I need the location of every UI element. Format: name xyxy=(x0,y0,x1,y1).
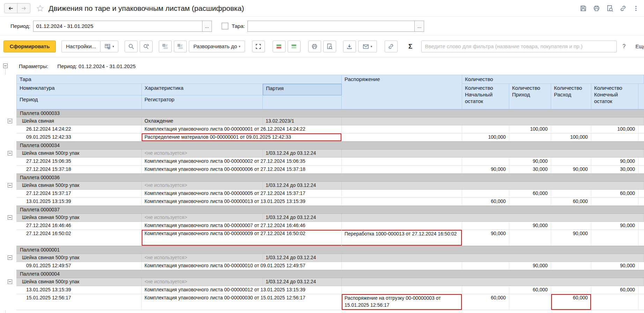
registrar-cell[interactable]: Комплектация упаковочного листа 00-00000… xyxy=(142,166,342,174)
header-qty-out[interactable]: Количество Расход xyxy=(551,84,591,109)
header-batch[interactable]: Партия xyxy=(263,84,342,95)
qty-out-cell[interactable]: 90,000 xyxy=(551,166,591,174)
forward-button[interactable] xyxy=(17,3,30,13)
batch-cell[interactable]: 13.02.2023/1 xyxy=(263,117,342,125)
qty-start-cell[interactable]: 60,000 xyxy=(462,198,509,206)
registrar-cell[interactable]: Комплектация упаковочного листа 00-00000… xyxy=(142,262,342,270)
qty-in-cell[interactable]: 30,000 xyxy=(509,166,551,174)
nomenclature-cell[interactable]: Шейка свиная 500гр упак xyxy=(16,150,142,158)
qty-out-cell[interactable] xyxy=(551,222,591,230)
order-cell[interactable]: Переработка 1000-000013 от 27.12.2024 16… xyxy=(342,230,462,246)
batch-cell[interactable]: 1/03.12.24 до 03.12.24 xyxy=(263,182,342,190)
qty-end-cell[interactable]: 90,000 xyxy=(591,222,638,230)
qty-end-cell[interactable] xyxy=(591,133,638,141)
header-order[interactable]: Распоряжение xyxy=(342,75,462,109)
period-cell[interactable]: 27.12.2024 16:46:46 xyxy=(16,222,142,230)
qty-out-cell[interactable] xyxy=(551,286,591,294)
qty-end-cell[interactable]: 90,000 xyxy=(591,262,638,270)
print-preview-button[interactable] xyxy=(323,41,336,52)
period-cell[interactable]: 27.12.2024 15:37:18 xyxy=(16,166,142,174)
find-next-button[interactable] xyxy=(140,41,153,52)
qty-end-cell[interactable]: 100,000 xyxy=(591,125,638,133)
order-cell[interactable] xyxy=(342,198,462,206)
header-qty-in[interactable]: Количество Приход xyxy=(509,84,551,109)
period-cell[interactable]: 09.01.2025 12:49:57 xyxy=(16,262,142,270)
qty-start-cell[interactable] xyxy=(462,222,509,230)
save-icon[interactable] xyxy=(580,5,587,12)
collapse-group-toggle[interactable] xyxy=(8,279,12,284)
order-cell[interactable] xyxy=(342,125,462,133)
qty-out-cell[interactable]: 100,000 xyxy=(551,133,591,141)
qty-in-cell[interactable]: 100,000 xyxy=(509,125,551,133)
batch-cell[interactable]: 1/03.12.24 до 03.12.24 xyxy=(263,278,342,286)
qty-end-cell[interactable] xyxy=(591,294,638,310)
get-link-icon[interactable] xyxy=(620,5,627,12)
characteristic-cell[interactable]: <не используется> xyxy=(142,254,263,262)
header-characteristic[interactable]: Характеристика xyxy=(142,84,263,95)
qty-end-cell[interactable]: 60,000 xyxy=(591,286,638,294)
qty-in-cell[interactable] xyxy=(509,294,551,310)
registrar-cell[interactable]: Комплектация упаковочного листа 00-00000… xyxy=(142,222,342,230)
qty-out-cell[interactable] xyxy=(551,125,591,133)
qty-out-cell[interactable]: 90,000 xyxy=(551,230,591,246)
registrar-cell[interactable]: Комплектация упаковочного листа 00-00000… xyxy=(142,286,342,294)
nomenclature-cell[interactable]: Шейка свиная 500гр упак xyxy=(16,214,142,222)
qty-end-cell[interactable]: 30,000 xyxy=(591,166,638,174)
collapse-group-toggle[interactable] xyxy=(8,151,12,155)
qty-end-cell[interactable] xyxy=(591,198,638,206)
nomenclature-cell[interactable]: Шейка свиная xyxy=(16,117,142,125)
period-cell[interactable]: 27.12.2024 15:37:17 xyxy=(16,190,142,198)
batch-cell[interactable]: 1/03.12.24 до 03.12.24 xyxy=(263,150,342,158)
qty-out-cell[interactable] xyxy=(551,158,591,166)
header-period[interactable]: Период xyxy=(16,95,142,109)
qty-end-cell[interactable]: 90,000 xyxy=(591,158,638,166)
qty-start-cell[interactable]: 100,000 xyxy=(462,133,509,141)
tara-select-button[interactable]: ... xyxy=(414,21,424,31)
collapse-group-toggle[interactable] xyxy=(8,183,12,188)
nomenclature-cell[interactable]: Шейка свиная 500гр упак xyxy=(16,278,142,286)
period-cell[interactable]: 27.12.2024 15:06:35 xyxy=(16,158,142,166)
favorite-star-icon[interactable] xyxy=(36,4,44,13)
generate-button[interactable]: Сформировать xyxy=(3,41,56,52)
qty-out-cell[interactable]: 60,000 xyxy=(551,294,591,310)
nomenclature-cell[interactable]: Шейка свиная 500гр упак xyxy=(16,254,142,262)
order-cell[interactable] xyxy=(342,190,462,198)
order-cell[interactable] xyxy=(342,222,462,230)
order-cell[interactable] xyxy=(342,158,462,166)
group-label-cell[interactable]: Паллета 0000033 xyxy=(16,109,644,117)
collapse-group-toggle[interactable] xyxy=(8,119,12,123)
conditional-format-negative-button[interactable] xyxy=(273,41,286,52)
period-input[interactable] xyxy=(34,21,202,31)
settings-variant-button[interactable]: ▾ xyxy=(100,41,118,52)
group-label-cell[interactable]: Паллета 0000037 xyxy=(16,206,644,214)
period-cell[interactable]: 13.01.2025 13:15:39 xyxy=(16,198,142,206)
characteristic-cell[interactable]: <не используется> xyxy=(142,182,263,190)
period-cell[interactable]: 15.01.2025 12:56:17 xyxy=(16,294,142,310)
group-label-cell[interactable]: Паллета 0000004 xyxy=(16,270,644,278)
period-cell[interactable]: 26.12.2024 14:24:22 xyxy=(16,125,142,133)
collapse-all-groups-button[interactable] xyxy=(159,41,172,52)
tara-checkbox[interactable] xyxy=(222,23,228,29)
header-tara[interactable]: Тара xyxy=(16,75,342,84)
qty-in-cell[interactable]: 60,000 xyxy=(509,286,551,294)
qty-start-cell[interactable]: 60,000 xyxy=(462,294,509,310)
qty-in-cell[interactable] xyxy=(509,133,551,141)
qty-in-cell[interactable]: 60,000 xyxy=(509,190,551,198)
group-label-cell[interactable]: Паллета 0000001 xyxy=(16,246,644,254)
qty-start-cell[interactable] xyxy=(462,125,509,133)
registrar-cell[interactable]: Комплектация упаковочного листа 00-00000… xyxy=(142,294,342,310)
tara-input[interactable] xyxy=(248,21,414,31)
qty-out-cell[interactable]: 60,000 xyxy=(551,198,591,206)
period-cell[interactable]: 09.01.2025 12:42:33 xyxy=(16,133,142,141)
registrar-cell[interactable]: Комплектация упаковочного листа 00-00000… xyxy=(142,158,342,166)
conditional-format-positive-button[interactable] xyxy=(288,41,301,52)
qty-out-cell[interactable] xyxy=(551,190,591,198)
nomenclature-cell[interactable]: Шейка свиная 500гр упак xyxy=(16,182,142,190)
qty-out-cell[interactable] xyxy=(551,262,591,270)
export-button[interactable] xyxy=(343,41,356,52)
qty-start-cell[interactable] xyxy=(462,262,509,270)
qty-in-cell[interactable]: 90,000 xyxy=(509,222,551,230)
header-qty-end[interactable]: Количество Конечный остаток xyxy=(591,84,638,109)
print-icon[interactable] xyxy=(593,5,600,12)
expand-all-groups-button[interactable] xyxy=(174,41,187,52)
